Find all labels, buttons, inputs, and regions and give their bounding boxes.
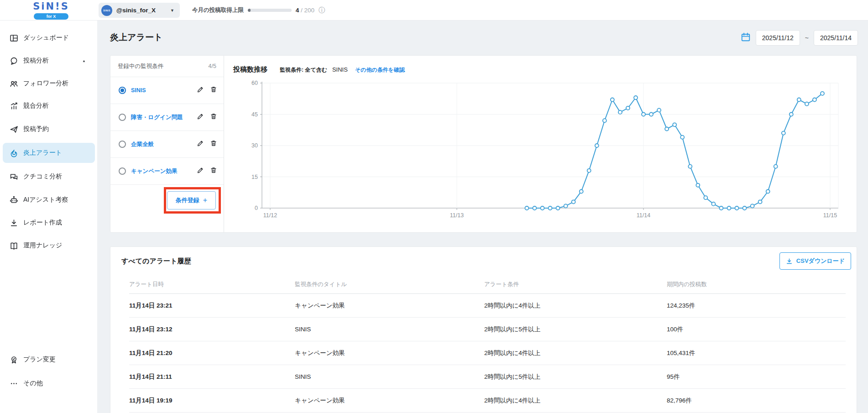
followers-icon bbox=[10, 79, 18, 88]
quota-progress-fill bbox=[248, 9, 251, 12]
download-icon bbox=[786, 258, 793, 265]
sidebar-item-more[interactable]: その他 bbox=[3, 373, 95, 393]
svg-text:60: 60 bbox=[251, 80, 258, 86]
posts-chart-area: 投稿数推移 監視条件: 全て含む SINIS その他の条件を確認 0153045… bbox=[224, 56, 857, 232]
sidebar-item-report[interactable]: レポート作成 bbox=[3, 213, 95, 233]
alert-overview-card: 登録中の監視条件 4/5 SINIS 障害・ログイン問題 bbox=[110, 55, 857, 233]
condition-item-campaign: キャンペーン効果 bbox=[110, 158, 224, 185]
posts-chart: 01530456011/1211/1311/1411/15 bbox=[233, 78, 845, 229]
history-table: アラート日時 監視条件のタイトル アラート条件 期間内の投稿数 11月14日 2… bbox=[129, 275, 846, 413]
sidebar-item-follower-analysis[interactable]: フォロワー分析 bbox=[3, 73, 95, 94]
chart-filter-value: SINIS bbox=[332, 66, 348, 73]
chevron-down-icon: ▼ bbox=[170, 8, 174, 13]
sidebar-item-knowledge[interactable]: 運用ナレッジ bbox=[3, 235, 95, 256]
sidebar: ダッシュボード 投稿分析 ▲ フォロワー分析 競合分析 投稿予約 炎上アラート … bbox=[0, 21, 97, 413]
register-condition-button[interactable]: 条件登録 + bbox=[167, 191, 216, 209]
chart-header: 投稿数推移 監視条件: 全て含む SINIS その他の条件を確認 bbox=[233, 65, 405, 74]
radio-selected[interactable] bbox=[119, 87, 126, 94]
plus-icon: + bbox=[203, 196, 207, 204]
sidebar-item-post-analysis[interactable]: 投稿分析 ▲ bbox=[3, 51, 95, 71]
post-count: 100件 bbox=[667, 325, 846, 334]
csv-download-button[interactable]: CSVダウンロード bbox=[779, 252, 851, 270]
condition-item-sinis: SINIS bbox=[110, 77, 224, 104]
edit-pencil-icon[interactable] bbox=[197, 86, 204, 95]
sidebar-item-label: その他 bbox=[23, 379, 43, 387]
date-range-picker: 2025/11/12 ~ 2025/11/14 bbox=[741, 30, 858, 46]
edit-pencil-icon[interactable] bbox=[197, 140, 204, 149]
post-count: 95件 bbox=[667, 373, 846, 381]
table-row: 11月14日 21:11 SINIS 2時間以内に5件以上 95件 bbox=[129, 365, 846, 389]
column-header: アラート日時 bbox=[129, 281, 295, 288]
chart-title: 投稿数推移 bbox=[233, 65, 267, 74]
svg-text:30: 30 bbox=[251, 142, 258, 149]
account-name: @sinis_for_X bbox=[116, 7, 156, 14]
report-icon bbox=[10, 219, 18, 227]
condition-label[interactable]: キャンペーン効果 bbox=[131, 167, 177, 175]
history-title: すべてのアラート履歴 bbox=[121, 257, 191, 266]
table-row: 11月14日 21:20 キャンペーン効果 2時間以内に4件以上 105,431… bbox=[129, 341, 846, 365]
sidebar-item-competitor-analysis[interactable]: 競合分析 bbox=[3, 96, 95, 116]
logo-text: SiN!S bbox=[26, 1, 76, 11]
app-logo[interactable]: SiN!S for X bbox=[26, 1, 76, 20]
date-to-input[interactable]: 2025/11/14 bbox=[814, 30, 858, 46]
sidebar-item-post-schedule[interactable]: 投稿予約 bbox=[3, 119, 95, 139]
alert-condition: 2時間以内に5件以上 bbox=[484, 373, 667, 381]
knowledge-icon bbox=[10, 241, 18, 250]
post-count: 105,431件 bbox=[667, 349, 846, 357]
sidebar-item-dashboard[interactable]: ダッシュボード bbox=[3, 28, 95, 48]
conditions-count: 4/5 bbox=[209, 63, 216, 69]
alert-datetime: 11月14日 23:21 bbox=[129, 302, 295, 310]
alert-datetime: 11月14日 23:12 bbox=[129, 325, 295, 334]
competitor-icon bbox=[10, 102, 18, 110]
condition-title: SINIS bbox=[295, 326, 484, 333]
sidebar-item-flame-alert[interactable]: 炎上アラート bbox=[3, 143, 95, 163]
svg-text:11/15: 11/15 bbox=[823, 212, 837, 219]
quota-count: 4 / 200 bbox=[296, 7, 314, 14]
account-avatar: SINIS bbox=[101, 5, 112, 16]
topbar: SiN!S for X SINIS @sinis_for_X ▼ 今月の投稿取得… bbox=[0, 0, 868, 21]
condition-label[interactable]: 企業全般 bbox=[131, 141, 154, 148]
account-selector[interactable]: SINIS @sinis_for_X ▼ bbox=[99, 3, 180, 18]
column-header: 監視条件のタイトル bbox=[295, 281, 484, 288]
sidebar-item-change-plan[interactable]: プラン変更 bbox=[3, 350, 95, 370]
column-header: アラート条件 bbox=[484, 281, 667, 288]
trash-icon[interactable] bbox=[210, 140, 217, 149]
date-separator: ~ bbox=[805, 34, 809, 42]
edit-pencil-icon[interactable] bbox=[197, 167, 204, 176]
radio-unselected[interactable] bbox=[119, 167, 126, 175]
alert-condition: 2時間以内に5件以上 bbox=[484, 325, 667, 334]
logo-badge: for X bbox=[34, 13, 68, 20]
post-count: 124,235件 bbox=[667, 302, 846, 310]
sidebar-item-label: 炎上アラート bbox=[23, 149, 62, 157]
trash-icon[interactable] bbox=[210, 113, 217, 122]
condition-label[interactable]: SINIS bbox=[131, 87, 146, 94]
condition-label[interactable]: 障害・ログイン問題 bbox=[131, 114, 183, 121]
edit-pencil-icon[interactable] bbox=[197, 113, 204, 122]
condition-item-company: 企業全般 bbox=[110, 131, 224, 158]
alert-datetime: 11月14日 21:11 bbox=[129, 373, 295, 381]
radio-unselected[interactable] bbox=[119, 141, 126, 148]
other-conditions-link[interactable]: その他の条件を確認 bbox=[355, 66, 405, 74]
svg-text:15: 15 bbox=[251, 174, 258, 180]
flame-icon bbox=[10, 149, 18, 157]
trash-icon[interactable] bbox=[210, 167, 217, 176]
calendar-icon[interactable] bbox=[741, 32, 751, 44]
sidebar-item-label: 投稿予約 bbox=[23, 125, 49, 133]
trash-icon[interactable] bbox=[210, 86, 217, 95]
condition-title: キャンペーン効果 bbox=[295, 397, 484, 405]
date-from-input[interactable]: 2025/11/12 bbox=[756, 30, 800, 46]
radio-unselected[interactable] bbox=[119, 114, 126, 121]
conditions-header: 登録中の監視条件 4/5 bbox=[110, 56, 224, 77]
sidebar-item-ai-assist[interactable]: AIアシスト考察 bbox=[3, 190, 95, 210]
info-icon[interactable]: ⓘ bbox=[319, 6, 325, 15]
sidebar-item-label: AIアシスト考察 bbox=[23, 196, 68, 204]
collapse-caret-icon[interactable]: ▲ bbox=[82, 59, 86, 63]
history-table-header: アラート日時 監視条件のタイトル アラート条件 期間内の投稿数 bbox=[129, 275, 846, 294]
conditions-header-label: 登録中の監視条件 bbox=[118, 63, 163, 70]
condition-title: SINIS bbox=[295, 373, 484, 380]
ai-assist-icon bbox=[10, 196, 18, 204]
alert-condition: 2時間以内に4件以上 bbox=[484, 349, 667, 357]
more-icon bbox=[10, 379, 18, 388]
alert-condition: 2時間以内に4件以上 bbox=[484, 302, 667, 310]
sidebar-item-review-analysis[interactable]: クチコミ分析 bbox=[3, 167, 95, 187]
